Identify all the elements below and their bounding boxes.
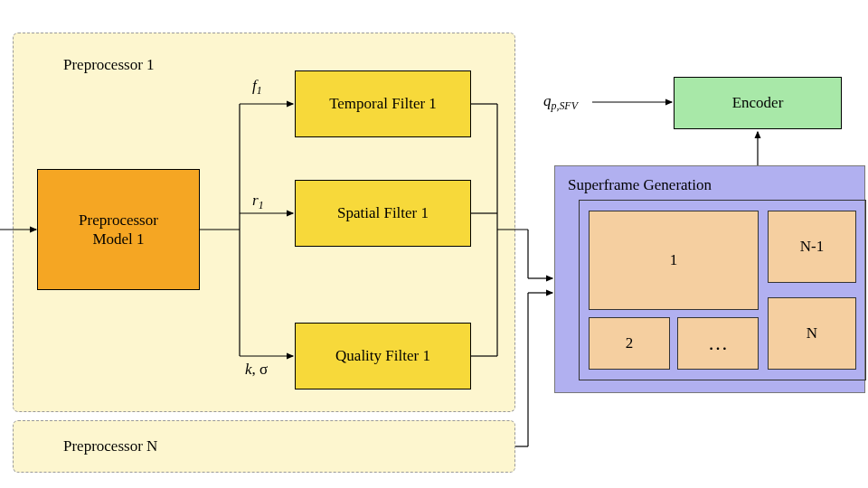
superframe-cell-n: N [768,297,856,370]
ksigma-label: k, σ [245,361,268,379]
qpsfv-label: qp,SFV [543,92,578,113]
preprocessor-1-title: Preprocessor 1 [63,56,155,74]
temporal-filter-box: Temporal Filter 1 [295,70,471,137]
preprocessor-n-title: Preprocessor N [63,437,157,455]
superframe-cell-n-minus-1: N-1 [768,211,856,283]
preprocessor-model-box: Preprocessor Model 1 [37,169,200,290]
r1-label: r1 [252,192,264,212]
spatial-filter-box: Spatial Filter 1 [295,180,471,247]
superframe-cell-2: 2 [589,317,670,370]
encoder-box: Encoder [674,77,842,129]
superframe-generation-title: Superframe Generation [568,175,712,194]
f1-label: f1 [252,77,262,98]
superframe-cell-dots: … [677,317,759,370]
quality-filter-box: Quality Filter 1 [295,323,471,389]
superframe-cell-1: 1 [589,211,759,310]
